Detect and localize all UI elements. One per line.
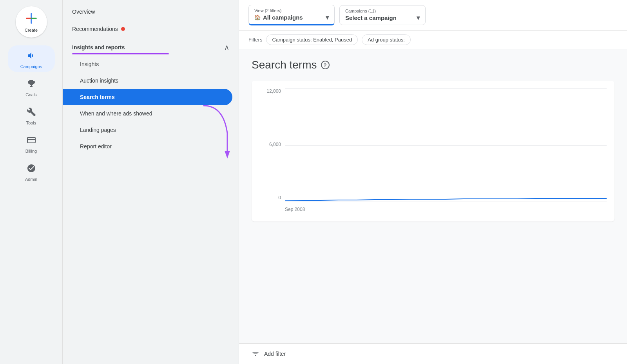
sidebar-item-recommendations[interactable]: Recommendations — [63, 20, 239, 38]
sidebar-section-insights-reports: Insights and reports ∧ Insights Auction … — [63, 38, 239, 155]
admin-icon — [24, 161, 38, 175]
chart-y-label-0: 0 — [259, 195, 281, 200]
goals-label: Goals — [25, 92, 37, 97]
gridline-bottom — [285, 202, 607, 202]
filters-label: Filters — [248, 37, 262, 43]
insights-label: Insights — [80, 61, 99, 67]
section-underline — [72, 53, 169, 54]
create-button[interactable]: Create — [16, 6, 47, 38]
campaign-chevron-icon: ▾ — [417, 14, 420, 22]
search-terms-label: Search terms — [80, 94, 115, 100]
tools-icon — [24, 105, 38, 119]
sidebar-item-overview[interactable]: Overview — [63, 3, 239, 20]
filter-chip-campaign-status[interactable]: Campaign status: Enabled, Paused — [266, 34, 358, 45]
nav-item-admin[interactable]: Admin — [8, 158, 55, 185]
billing-label: Billing — [25, 149, 37, 153]
chart-plot — [285, 88, 607, 202]
sidebar-item-insights[interactable]: Insights — [63, 56, 239, 72]
report-editor-label: Report editor — [80, 143, 112, 150]
insights-reports-label: Insights and reports — [72, 44, 125, 50]
select-campaign-label: Select a campaign — [345, 14, 397, 21]
campaigns-icon — [24, 49, 38, 63]
recommendations-label: Recommendations — [72, 26, 118, 32]
nav-item-billing[interactable]: Billing — [8, 130, 55, 157]
nav-item-campaigns[interactable]: Campaigns — [8, 45, 55, 72]
nav-rail: Create Campaigns Goals Tools — [0, 0, 63, 364]
sidebar-item-when-where[interactable]: When and where ads showed — [63, 105, 239, 122]
when-where-label: When and where ads showed — [80, 110, 152, 117]
sidebar-item-search-terms[interactable]: Search terms — [63, 89, 232, 105]
sidebar-item-landing-pages[interactable]: Landing pages — [63, 122, 239, 138]
view-chevron-icon: ▾ — [326, 14, 329, 21]
content-area: Search terms ? 12,000 6,000 0 — [239, 49, 627, 343]
chart-y-label-12000: 12,000 — [259, 88, 281, 94]
top-bar: View (2 filters) 🏠 All campaigns ▾ Campa… — [239, 0, 627, 31]
campaign-status-text: Campaign status: Enabled, Paused — [272, 37, 352, 43]
chart-inner: 12,000 6,000 0 — [259, 88, 607, 214]
billing-icon — [24, 133, 38, 147]
help-icon[interactable]: ? — [321, 61, 330, 69]
view-filter-label: View (2 filters) — [254, 8, 281, 13]
insights-reports-header[interactable]: Insights and reports ∧ — [63, 38, 239, 53]
filter-chip-ad-group-status[interactable]: Ad group status: — [362, 34, 411, 45]
collapse-icon: ∧ — [224, 43, 229, 52]
create-label: Create — [25, 28, 38, 32]
chart-x-label: Sep 2008 — [285, 207, 305, 212]
campaigns-dropdown[interactable]: Campaigns (11) Select a campaign ▾ — [339, 5, 426, 25]
overview-label: Overview — [72, 9, 95, 15]
admin-label: Admin — [25, 177, 37, 182]
all-campaigns-label: All campaigns — [263, 14, 303, 21]
goals-icon — [24, 77, 38, 91]
page-title-row: Search terms ? — [252, 59, 614, 71]
chart-y-labels: 12,000 6,000 0 — [259, 88, 281, 202]
add-filter-label: Add filter — [264, 351, 286, 357]
ad-group-status-text: Ad group status: — [368, 37, 405, 43]
sidebar: Overview Recommendations Insights and re… — [63, 0, 239, 364]
filters-bar: Filters Campaign status: Enabled, Paused… — [239, 31, 627, 49]
auction-insights-label: Auction insights — [80, 77, 118, 84]
svg-rect-4 — [27, 139, 35, 140]
filter-icon — [252, 350, 259, 358]
chart-y-label-6000: 6,000 — [259, 142, 281, 147]
nav-item-tools[interactable]: Tools — [8, 102, 55, 128]
chart-svg — [285, 88, 607, 202]
campaigns-count-label: Campaigns (11) — [345, 9, 376, 13]
nav-item-goals[interactable]: Goals — [8, 74, 55, 100]
view-filter-dropdown[interactable]: View (2 filters) 🏠 All campaigns ▾ — [248, 5, 335, 25]
chart-container: 12,000 6,000 0 — [252, 81, 614, 222]
home-icon: 🏠 — [254, 14, 261, 20]
main-content: View (2 filters) 🏠 All campaigns ▾ Campa… — [239, 0, 627, 364]
add-filter-bar[interactable]: Add filter — [239, 343, 627, 364]
google-plus-icon — [24, 11, 38, 25]
campaigns-label: Campaigns — [20, 64, 42, 69]
page-title: Search terms — [252, 59, 317, 71]
landing-pages-label: Landing pages — [80, 127, 116, 133]
tools-label: Tools — [26, 121, 36, 125]
sidebar-item-report-editor[interactable]: Report editor — [63, 138, 239, 155]
sidebar-item-auction-insights[interactable]: Auction insights — [63, 72, 239, 89]
recommendations-badge — [121, 27, 125, 31]
